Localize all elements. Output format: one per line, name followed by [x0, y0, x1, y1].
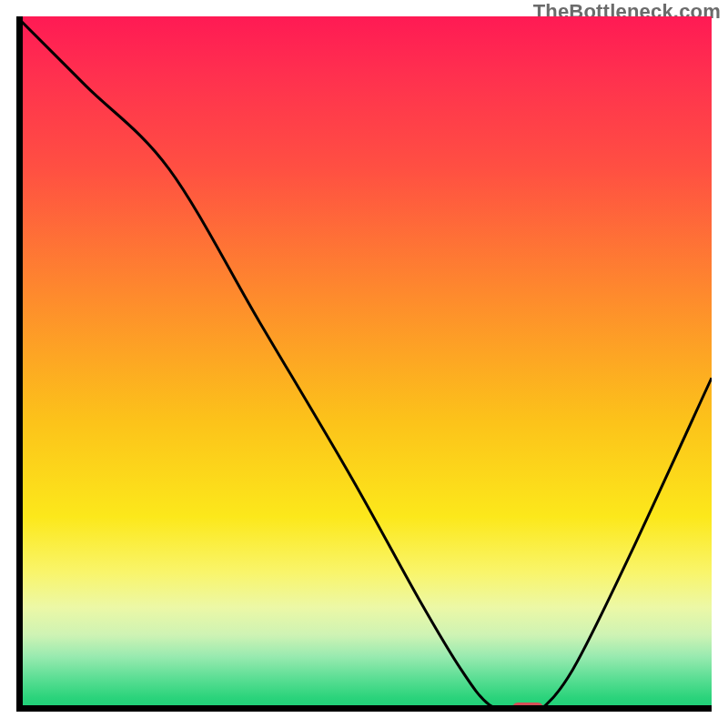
x-axis	[16, 705, 712, 712]
curve-path	[16, 16, 712, 712]
y-axis	[16, 16, 23, 712]
bottleneck-curve	[16, 16, 712, 712]
bottleneck-chart: TheBottleneck.com	[0, 0, 728, 728]
plot-area	[16, 16, 712, 712]
